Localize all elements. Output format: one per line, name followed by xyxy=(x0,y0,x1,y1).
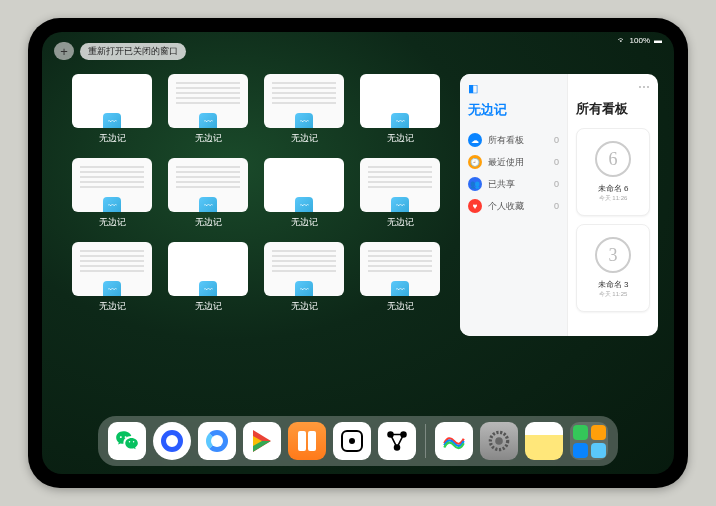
board-date: 今天 11:26 xyxy=(599,194,628,203)
sidebar-toggle-icon[interactable]: ◧ xyxy=(468,82,559,95)
window-thumbnail[interactable]: 无边记 xyxy=(264,74,344,150)
app-switcher-content: 无边记无边记无边记无边记无边记无边记无边记无边记无边记无边记无边记无边记 ⋯ ◧… xyxy=(72,74,658,412)
dock-app-books[interactable] xyxy=(288,422,326,460)
sidebar-category[interactable]: 🕘最近使用0 xyxy=(468,151,559,173)
window-label: 无边记 xyxy=(387,300,414,313)
window-thumbnail[interactable]: 无边记 xyxy=(168,74,248,150)
board-card[interactable]: 3未命名 3今天 11:25 xyxy=(576,224,650,312)
sidebar-category[interactable]: ♥个人收藏0 xyxy=(468,195,559,217)
window-label: 无边记 xyxy=(195,300,222,313)
new-window-button[interactable]: + xyxy=(54,42,74,60)
category-label: 已共享 xyxy=(488,178,515,191)
category-icon: 🕘 xyxy=(468,155,482,169)
panel-sidebar: ◧ 无边记 ☁所有看板0🕘最近使用0👥已共享0♥个人收藏0 xyxy=(460,74,568,336)
freeform-app-icon xyxy=(391,281,409,296)
category-label: 所有看板 xyxy=(488,134,524,147)
window-thumbnail[interactable]: 无边记 xyxy=(360,242,440,318)
board-preview: 3 xyxy=(595,237,631,273)
window-label: 无边记 xyxy=(99,300,126,313)
dock-app-game[interactable] xyxy=(333,422,371,460)
window-thumbnail[interactable]: 无边记 xyxy=(264,158,344,234)
board-preview: 6 xyxy=(595,141,631,177)
window-preview xyxy=(360,158,440,212)
panel-main: 所有看板 6未命名 6今天 11:263未命名 3今天 11:25 xyxy=(568,74,658,336)
dock-app-library[interactable] xyxy=(570,422,608,460)
window-preview xyxy=(168,158,248,212)
window-preview xyxy=(264,74,344,128)
screen: ᯤ 100% ▬ + 重新打开已关闭的窗口 无边记无边记无边记无边记无边记无边记… xyxy=(42,32,674,474)
freeform-app-icon xyxy=(199,113,217,128)
freeform-app-icon xyxy=(199,197,217,212)
battery-icon: ▬ xyxy=(654,36,662,45)
reopen-closed-window-button[interactable]: 重新打开已关闭的窗口 xyxy=(80,43,186,60)
window-preview xyxy=(168,242,248,296)
more-icon[interactable]: ⋯ xyxy=(638,80,650,94)
wifi-icon: ᯤ xyxy=(618,36,626,45)
freeform-app-icon xyxy=(103,197,121,212)
sidebar-category[interactable]: 👥已共享0 xyxy=(468,173,559,195)
panel-right-title: 所有看板 xyxy=(576,100,650,118)
category-count: 0 xyxy=(554,201,559,211)
dock-app-quark[interactable] xyxy=(153,422,191,460)
category-count: 0 xyxy=(554,135,559,145)
dock-app-notes[interactable] xyxy=(525,422,563,460)
dock-separator xyxy=(425,424,426,458)
dock-app-settings[interactable] xyxy=(480,422,518,460)
category-label: 个人收藏 xyxy=(488,200,524,213)
svg-point-4 xyxy=(495,437,503,445)
window-preview xyxy=(168,74,248,128)
freeform-app-icon xyxy=(199,281,217,296)
freeform-app-icon xyxy=(295,197,313,212)
freeform-app-icon xyxy=(103,281,121,296)
window-thumbnail[interactable]: 无边记 xyxy=(72,242,152,318)
window-label: 无边记 xyxy=(195,132,222,145)
window-preview xyxy=(72,74,152,128)
window-thumbnail[interactable]: 无边记 xyxy=(168,158,248,234)
freeform-app-panel[interactable]: ⋯ ◧ 无边记 ☁所有看板0🕘最近使用0👥已共享0♥个人收藏0 所有看板 6未命… xyxy=(460,74,658,336)
freeform-app-icon xyxy=(391,113,409,128)
freeform-app-icon xyxy=(295,281,313,296)
window-label: 无边记 xyxy=(387,216,414,229)
dock-app-routes[interactable] xyxy=(378,422,416,460)
window-thumbnail[interactable]: 无边记 xyxy=(360,158,440,234)
window-label: 无边记 xyxy=(195,216,222,229)
window-label: 无边记 xyxy=(291,300,318,313)
window-grid: 无边记无边记无边记无边记无边记无边记无边记无边记无边记无边记无边记无边记 xyxy=(72,74,440,412)
dock xyxy=(98,416,618,466)
category-icon: ♥ xyxy=(468,199,482,213)
window-label: 无边记 xyxy=(291,216,318,229)
board-card[interactable]: 6未命名 6今天 11:26 xyxy=(576,128,650,216)
dock-app-wechat[interactable] xyxy=(108,422,146,460)
freeform-app-icon xyxy=(103,113,121,128)
window-label: 无边记 xyxy=(291,132,318,145)
window-preview xyxy=(72,158,152,212)
window-preview xyxy=(72,242,152,296)
window-thumbnail[interactable]: 无边记 xyxy=(72,158,152,234)
board-name: 未命名 6 xyxy=(598,183,629,194)
window-thumbnail[interactable]: 无边记 xyxy=(72,74,152,150)
category-count: 0 xyxy=(554,157,559,167)
category-label: 最近使用 xyxy=(488,156,524,169)
board-date: 今天 11:25 xyxy=(599,290,628,299)
window-thumbnail[interactable]: 无边记 xyxy=(360,74,440,150)
window-thumbnail[interactable]: 无边记 xyxy=(168,242,248,318)
window-label: 无边记 xyxy=(99,132,126,145)
board-name: 未命名 3 xyxy=(598,279,629,290)
sidebar-category[interactable]: ☁所有看板0 xyxy=(468,129,559,151)
status-bar: ᯤ 100% ▬ xyxy=(618,36,662,45)
window-preview xyxy=(360,242,440,296)
window-label: 无边记 xyxy=(99,216,126,229)
dock-app-tencent-video[interactable] xyxy=(198,422,236,460)
window-thumbnail[interactable]: 无边记 xyxy=(264,242,344,318)
window-preview xyxy=(264,242,344,296)
top-controls: + 重新打开已关闭的窗口 xyxy=(54,42,186,60)
category-icon: 👥 xyxy=(468,177,482,191)
category-icon: ☁ xyxy=(468,133,482,147)
freeform-app-icon xyxy=(391,197,409,212)
battery-text: 100% xyxy=(630,36,650,45)
dock-app-google-play[interactable] xyxy=(243,422,281,460)
dock-app-freeform[interactable] xyxy=(435,422,473,460)
window-preview xyxy=(264,158,344,212)
category-count: 0 xyxy=(554,179,559,189)
freeform-app-icon xyxy=(295,113,313,128)
